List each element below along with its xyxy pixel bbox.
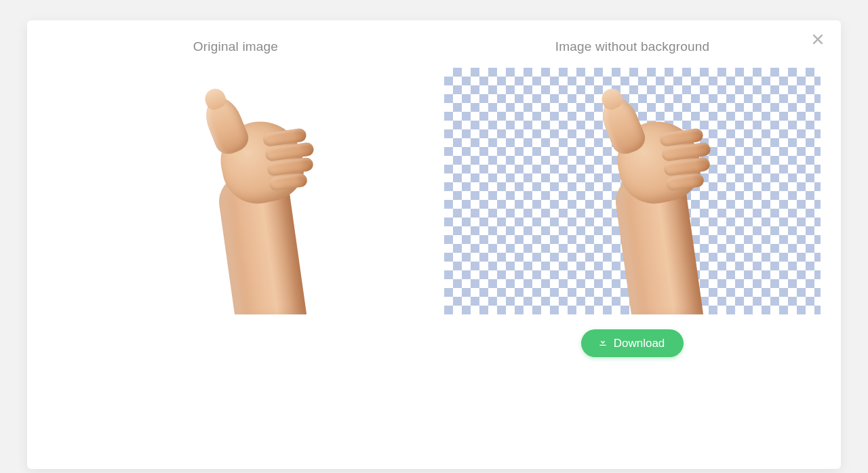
download-button[interactable]: Download: [581, 329, 684, 357]
download-label: Download: [614, 337, 665, 350]
hand-graphic: [599, 91, 714, 314]
download-icon: [597, 336, 608, 350]
result-title: Image without background: [555, 39, 710, 54]
close-icon: [811, 33, 825, 49]
result-modal: Original image Image without background: [27, 20, 841, 469]
original-title: Original image: [193, 39, 278, 54]
result-panel: Image without background Downlo: [444, 39, 821, 357]
close-button[interactable]: [807, 30, 829, 52]
hand-graphic: [202, 91, 317, 314]
original-image: [47, 68, 424, 314]
comparison-columns: Original image Image without background: [27, 39, 841, 357]
original-panel: Original image: [47, 39, 424, 357]
result-image: [444, 68, 821, 314]
